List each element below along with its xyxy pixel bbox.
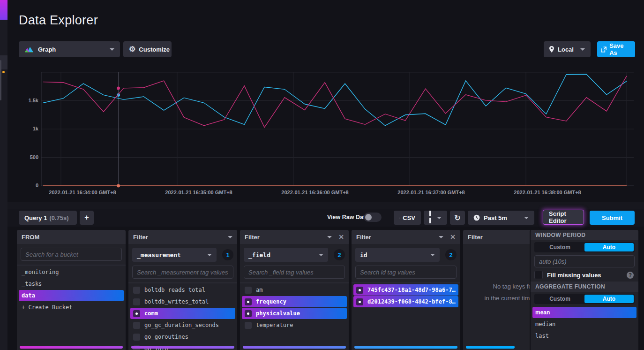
aggregate-item[interactable]: last xyxy=(532,330,637,342)
tag-value-item[interactable]: am xyxy=(242,284,347,296)
bucket-item[interactable]: _monitoring xyxy=(19,266,124,278)
line-chart[interactable] xyxy=(17,66,634,189)
tag-value-item-selected[interactable]: physicalvalue xyxy=(242,308,347,319)
customize-button[interactable]: ⚙ Customize xyxy=(123,41,172,57)
pause-button[interactable] xyxy=(424,211,447,225)
bucket-item[interactable]: _tasks xyxy=(19,278,124,289)
checkbox[interactable] xyxy=(133,334,140,341)
divider xyxy=(240,282,349,283)
checkbox-checked[interactable] xyxy=(356,287,363,294)
page-title: Data Explorer xyxy=(19,13,98,28)
custom-option[interactable]: Custom xyxy=(535,295,584,303)
app-logo[interactable] xyxy=(0,0,7,20)
checkbox[interactable] xyxy=(133,298,140,305)
add-query-button[interactable]: + xyxy=(80,211,94,225)
view-type-dropdown[interactable]: Graph xyxy=(19,41,120,57)
auto-option[interactable]: Auto xyxy=(584,243,634,251)
tag-value-item[interactable]: temperature xyxy=(242,320,347,331)
aggregate-function-header: AGGREGATE FUNCTION xyxy=(531,282,638,292)
checkbox-checked[interactable] xyxy=(245,310,252,317)
tag-value-item[interactable]: boltdb_writes_total xyxy=(130,296,235,307)
script-editor-button[interactable]: Script Editor xyxy=(543,210,584,225)
nav-rail xyxy=(0,0,7,350)
pause-icon xyxy=(429,211,433,225)
panel-scrollbar[interactable] xyxy=(20,346,123,349)
tag-key-label: id xyxy=(360,251,367,259)
close-icon[interactable]: ✕ xyxy=(450,233,456,241)
help-icon[interactable]: ? xyxy=(627,272,634,279)
x-tick-label: 2022-01-21 16:34:00 GMT+8 xyxy=(26,190,139,195)
tag-value-item[interactable]: boltdb_reads_total xyxy=(130,284,235,296)
chart-scroll-track xyxy=(7,202,644,209)
bucket-search-input[interactable] xyxy=(21,248,122,261)
nav-scrollbar[interactable] xyxy=(0,60,1,100)
auto-option[interactable]: Auto xyxy=(584,295,634,303)
selected-count-badge: 2 xyxy=(445,249,457,260)
bucket-item-selected[interactable]: data xyxy=(19,290,124,301)
x-tick-label: 2022-01-21 16:38:00 GMT+8 xyxy=(491,190,604,195)
chevron-down-icon[interactable] xyxy=(228,236,232,238)
x-tick-label: 2022-01-21 16:36:00 GMT+8 xyxy=(259,190,371,195)
query-tab[interactable]: Query 1 (0.75s) xyxy=(19,211,77,225)
csv-download-button[interactable]: CSV xyxy=(394,211,421,225)
query-options-panel: WINDOW PERIOD Custom Auto Fill missing v… xyxy=(530,230,638,350)
checkbox[interactable] xyxy=(245,287,252,294)
window-period-header: WINDOW PERIOD xyxy=(531,230,638,240)
csv-label: CSV xyxy=(403,214,415,221)
submit-button[interactable]: Submit xyxy=(590,211,635,225)
filter-title: Filter xyxy=(356,234,371,241)
filter-title: Filter xyxy=(133,234,148,241)
tag-key-dropdown[interactable]: id xyxy=(355,248,440,262)
chevron-down-icon xyxy=(524,217,529,219)
filter-id-panel: Filter ✕ id 2 745fc437-18a1-48d7-98a6-7…… xyxy=(352,230,460,350)
pin-icon xyxy=(549,46,554,53)
chevron-down-icon xyxy=(437,217,442,219)
close-icon[interactable]: ✕ xyxy=(338,233,344,241)
chevron-down-icon[interactable] xyxy=(327,236,332,238)
chevron-down-icon xyxy=(580,48,585,51)
divider xyxy=(17,265,126,266)
refresh-button[interactable]: ↻ xyxy=(450,211,465,225)
tag-value-item-selected[interactable]: d2012439-f068-4842-bfef-8… xyxy=(353,296,458,307)
fill-checkbox[interactable] xyxy=(534,271,543,279)
checkbox-checked[interactable] xyxy=(245,298,252,305)
window-period-toggle: Custom Auto xyxy=(534,242,635,252)
field-search-input[interactable] xyxy=(244,266,345,279)
tag-value-item[interactable]: go_goroutines xyxy=(130,331,235,342)
tag-value-item[interactable]: go_gc_duration_seconds xyxy=(130,320,235,331)
create-bucket-button[interactable]: + Create Bucket xyxy=(19,302,124,313)
panel-scrollbar[interactable] xyxy=(354,346,457,349)
chevron-down-icon[interactable] xyxy=(439,236,443,238)
aggregate-item[interactable]: median xyxy=(532,319,637,330)
id-search-input[interactable] xyxy=(355,266,457,279)
tag-key-dropdown[interactable]: _field xyxy=(244,248,328,262)
tag-key-label: _measurement xyxy=(137,251,181,259)
checkbox[interactable] xyxy=(245,322,252,329)
time-range-dropdown[interactable]: Past 5m xyxy=(468,211,534,225)
tag-value-item-selected[interactable]: frequency xyxy=(242,296,347,307)
tag-key-dropdown[interactable]: _measurement xyxy=(132,248,217,262)
series-line-blue xyxy=(43,74,627,126)
fill-missing-values-row: Fill missing values ? xyxy=(534,270,634,280)
window-period-input[interactable] xyxy=(534,255,635,267)
timezone-dropdown[interactable]: Local xyxy=(544,41,591,57)
panel-scrollbar[interactable] xyxy=(466,346,515,349)
checkbox[interactable] xyxy=(133,287,140,294)
aggregate-item-selected[interactable]: mean xyxy=(532,307,637,318)
checkbox-checked[interactable] xyxy=(356,298,363,305)
panel-scrollbar[interactable] xyxy=(243,346,346,349)
filter-panel-header: Filter xyxy=(128,230,237,244)
chevron-down-icon xyxy=(110,48,114,51)
measurement-search-input[interactable] xyxy=(132,266,233,279)
save-as-button[interactable]: Save As xyxy=(597,41,635,57)
tag-value-item-selected[interactable]: comm xyxy=(130,308,235,319)
refresh-icon: ↻ xyxy=(454,213,460,222)
view-raw-data-toggle[interactable] xyxy=(364,213,382,222)
filter-title: Filter xyxy=(245,234,260,241)
checkbox[interactable] xyxy=(133,322,140,329)
panel-scrollbar[interactable] xyxy=(131,346,234,349)
checkbox-checked[interactable] xyxy=(133,310,140,317)
from-title: FROM xyxy=(22,234,39,241)
custom-option[interactable]: Custom xyxy=(535,243,584,251)
tag-value-item-selected[interactable]: 745fc437-18a1-48d7-98a6-7… xyxy=(353,284,458,296)
